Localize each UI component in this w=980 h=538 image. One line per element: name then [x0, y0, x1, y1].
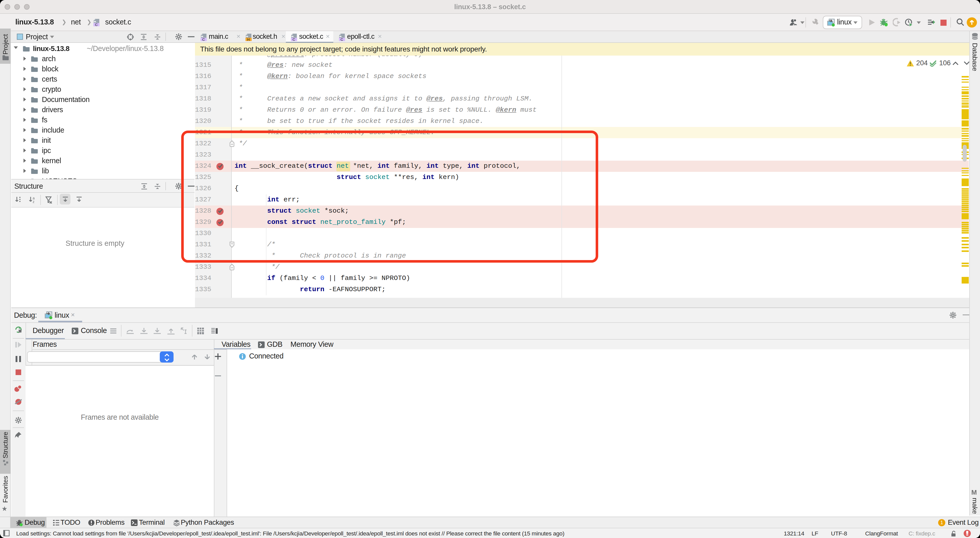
- svg-text:z: z: [33, 200, 35, 204]
